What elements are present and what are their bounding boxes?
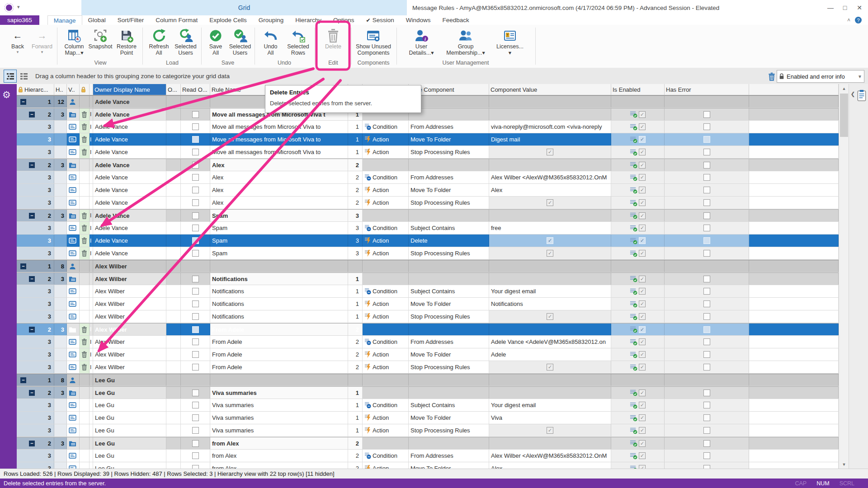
checkbox[interactable]: [192, 452, 199, 459]
grid-row[interactable]: 3IAdele VanceMove all messages from Micr…: [17, 133, 839, 146]
checkbox[interactable]: [703, 313, 710, 320]
checkbox[interactable]: [639, 199, 646, 206]
grid-row[interactable]: −23IAdele VanceMove all messages from Mi…: [17, 108, 839, 121]
checkbox[interactable]: [703, 465, 710, 469]
column-header-h-[interactable]: H..: [54, 84, 67, 95]
checkbox[interactable]: [703, 389, 710, 396]
tab-windows[interactable]: Windows: [400, 15, 437, 25]
tab-feedback[interactable]: Feedback: [436, 15, 475, 25]
checkbox[interactable]: [192, 440, 199, 447]
checkbox[interactable]: [192, 364, 199, 371]
checkbox[interactable]: [192, 402, 199, 408]
column-header-component-value[interactable]: Component Value: [489, 84, 611, 95]
snapshot-button[interactable]: Snapshot: [87, 26, 113, 56]
collapse-toggle[interactable]: −: [29, 162, 35, 168]
column-header-trash-cell[interactable]: [80, 84, 90, 95]
restore-point-button[interactable]: RestorePoint: [113, 26, 140, 56]
checkbox[interactable]: [703, 111, 710, 118]
checkbox[interactable]: [703, 288, 710, 295]
grid-row[interactable]: 3Adele VanceAlex2ActionStop Processing R…: [17, 197, 839, 209]
grid-row[interactable]: 3IAlex WilberFrom Adele2ActionStop Proce…: [17, 361, 839, 374]
grid-row[interactable]: 3Lee GuViva summaries1ActionStop Process…: [17, 424, 839, 437]
grid-row[interactable]: 3Lee GuViva summaries1ActionMove To Fold…: [17, 412, 839, 424]
grid-row[interactable]: 3Lee Gufrom Alex2ConditionFrom Addresses…: [17, 450, 839, 462]
close-button[interactable]: ✕: [853, 2, 866, 14]
grid-row[interactable]: −23IAlex WilberFrom Adele2: [17, 323, 839, 336]
quick-access-caret-icon[interactable]: ▾: [17, 4, 20, 10]
checkbox[interactable]: [547, 237, 553, 244]
checkbox[interactable]: [192, 465, 199, 469]
minimize-button[interactable]: —: [824, 2, 837, 14]
checkbox[interactable]: [192, 162, 199, 169]
checkbox[interactable]: [639, 136, 646, 143]
column-header-owner-display-name[interactable]: Owner Display Name: [93, 84, 166, 95]
column-header-filler[interactable]: [749, 84, 839, 95]
tab-global[interactable]: Global: [82, 15, 112, 25]
checkbox[interactable]: [547, 149, 553, 155]
checkbox[interactable]: [547, 313, 553, 320]
column-header-hierarc-[interactable]: Hierarc...: [17, 84, 54, 95]
clear-filter-trash-button[interactable]: [766, 71, 778, 82]
checkbox[interactable]: [639, 351, 646, 358]
checkbox[interactable]: [639, 440, 646, 447]
checkbox[interactable]: [703, 162, 710, 169]
tab-column-format[interactable]: Column Format: [150, 15, 203, 25]
checkbox[interactable]: [639, 250, 646, 257]
checkbox[interactable]: [192, 199, 199, 206]
vertical-scrollbar[interactable]: ▲ ▼: [839, 84, 849, 469]
back-button[interactable]: ←Back▾: [5, 26, 30, 54]
checkbox[interactable]: [703, 402, 710, 408]
checkbox[interactable]: [192, 123, 199, 130]
checkbox[interactable]: [192, 276, 199, 282]
checkbox[interactable]: [192, 111, 199, 118]
checkbox[interactable]: [192, 427, 199, 434]
grid-row[interactable]: 3IAdele VanceSpam3ActionStop Processing …: [17, 247, 839, 260]
checkbox[interactable]: [192, 250, 199, 257]
clipboard-icon[interactable]: [857, 89, 867, 101]
gear-icon[interactable]: ⚙: [2, 89, 11, 100]
column-header-o-[interactable]: O...: [166, 84, 181, 95]
tab-hierarchy[interactable]: Hierarchy: [289, 15, 327, 25]
checkbox[interactable]: [192, 225, 199, 231]
checkbox[interactable]: [192, 187, 199, 193]
checkbox[interactable]: [547, 199, 553, 206]
column-header-read-o-[interactable]: Read O...: [181, 84, 210, 95]
collapse-toggle[interactable]: −: [20, 263, 26, 269]
checkbox[interactable]: [639, 338, 646, 345]
checkbox[interactable]: [192, 300, 199, 307]
collapse-toggle[interactable]: −: [20, 377, 26, 383]
tab-manage[interactable]: Manage: [47, 15, 82, 25]
checkbox[interactable]: [639, 237, 646, 244]
checkbox[interactable]: [547, 250, 553, 257]
checkbox[interactable]: [703, 250, 710, 257]
checkbox[interactable]: [703, 123, 710, 130]
grid-row[interactable]: −23Alex WilberNotifications1: [17, 272, 839, 285]
grid-row[interactable]: −23IAdele VanceSpam3: [17, 209, 839, 222]
checkbox[interactable]: [703, 212, 710, 219]
help-icon[interactable]: ?: [855, 17, 862, 23]
checkbox[interactable]: [639, 174, 646, 181]
checkbox[interactable]: [639, 452, 646, 459]
selected-rows-button[interactable]: SelectedRows: [284, 26, 312, 56]
checkbox[interactable]: [639, 427, 646, 434]
maximize-button[interactable]: □: [838, 2, 852, 14]
collapse-toggle[interactable]: −: [29, 441, 35, 446]
checkbox[interactable]: [192, 237, 199, 244]
group-membership-button[interactable]: GroupMembership...▾: [443, 26, 488, 56]
checkbox[interactable]: [639, 326, 646, 333]
grid-row[interactable]: −18Alex Wilber: [17, 260, 839, 272]
checkbox[interactable]: [192, 389, 199, 396]
collapse-toggle[interactable]: −: [29, 327, 35, 333]
column-header-v-[interactable]: V..: [67, 84, 80, 95]
forward-button[interactable]: →Forward▾: [30, 26, 54, 54]
collapse-ribbon-icon[interactable]: ˄: [847, 17, 850, 23]
expand-panel-chevron-icon[interactable]: ❮: [850, 91, 855, 97]
grid-row[interactable]: −23Adele VanceAlex2: [17, 159, 839, 171]
checkbox[interactable]: [192, 136, 199, 143]
grid-row[interactable]: 3Adele VanceAlex2ActionMove To FolderAle…: [17, 184, 839, 197]
selected-users-button[interactable]: SelectedUsers: [228, 26, 252, 56]
checkbox[interactable]: [703, 452, 710, 459]
checkbox[interactable]: [639, 149, 646, 155]
checkbox[interactable]: [703, 187, 710, 193]
flat-view-toggle[interactable]: [17, 70, 30, 83]
